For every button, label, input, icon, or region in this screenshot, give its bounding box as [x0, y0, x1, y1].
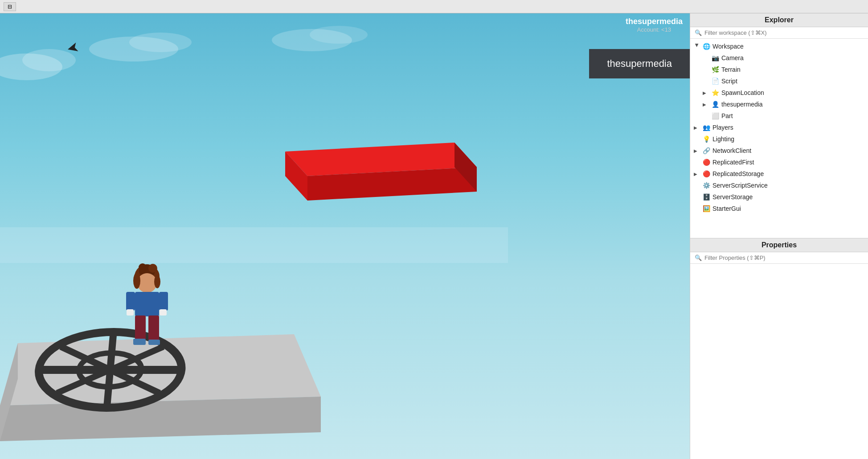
tree-item-serverscriptservice[interactable]: ⚙️ ServerScriptService [690, 180, 868, 191]
replicatedstorage-label: ReplicatedStorage [712, 170, 864, 177]
account-display: Account: <13 [626, 26, 683, 33]
top-bar: ⊟ [0, 0, 868, 13]
filter-properties-input[interactable] [704, 254, 864, 261]
tree-item-replicatedfirst[interactable]: 🔴 ReplicatedFirst [690, 156, 868, 168]
serverstorage-label: ServerStorage [712, 193, 864, 201]
serverscriptservice-icon: ⚙️ [702, 181, 711, 190]
replicatedstorage-arrow: ▶ [694, 172, 700, 176]
workspace-label: Workspace [712, 43, 864, 50]
tree-item-lighting[interactable]: 💡 Lighting [690, 133, 868, 145]
networkclient-icon: 🔗 [702, 146, 711, 155]
tree-item-workspace[interactable]: ▶ 🌐 Workspace [690, 41, 868, 52]
players-arrow: ▶ [694, 125, 700, 130]
tree-item-terrain[interactable]: 🌿 Terrain [690, 64, 868, 75]
tree-item-replicatedstorage[interactable]: ▶ 🔴 ReplicatedStorage [690, 168, 868, 180]
username-display: thesupermedia [626, 17, 683, 26]
playermodel-label: thesupermedia [721, 101, 864, 108]
filter-properties-bar[interactable]: 🔍 [690, 252, 868, 264]
workspace-arrow: ▶ [695, 43, 700, 49]
playermodel-arrow: ▶ [703, 102, 709, 107]
tree-item-camera[interactable]: 📷 Camera [690, 52, 868, 64]
tree-item-startergui[interactable]: 🖼️ StarterGui [690, 203, 868, 214]
spawnlocation-icon: ⭐ [711, 88, 720, 97]
part-label: Part [721, 112, 864, 119]
replicatedfirst-icon: 🔴 [702, 158, 711, 167]
sky-background [0, 13, 690, 459]
terrain-label: Terrain [721, 66, 864, 73]
tree-item-script[interactable]: 📄 Script [690, 75, 868, 87]
user-info-overlay: thesupermedia Account: <13 [618, 13, 690, 37]
right-panel: Explorer 🔍 ▶ 🌐 Workspace 📷 Camera [690, 13, 868, 459]
replicatedfirst-label: ReplicatedFirst [712, 159, 864, 166]
properties-body [690, 264, 868, 459]
lighting-icon: 💡 [702, 135, 711, 143]
tree-item-networkclient[interactable]: ▶ 🔗 NetworkClient [690, 145, 868, 156]
camera-icon: 📷 [711, 53, 720, 62]
tree-item-serverstorage[interactable]: 🗄️ ServerStorage [690, 191, 868, 203]
playermodel-icon: 👤 [711, 100, 720, 109]
filter-workspace-bar[interactable]: 🔍 [690, 27, 868, 39]
networkclient-arrow: ▶ [694, 148, 700, 153]
script-icon: 📄 [711, 77, 720, 86]
explorer-tree[interactable]: ▶ 🌐 Workspace 📷 Camera 🌿 Terrain 📄 Scri [690, 39, 868, 238]
serverscriptservice-label: ServerScriptService [712, 182, 864, 189]
search-icon: 🔍 [695, 29, 702, 36]
properties-header: Properties [690, 238, 868, 252]
viewport[interactable]: thesupermedia Account: <13 thesupermedia… [0, 13, 690, 459]
players-icon: 👥 [702, 123, 711, 132]
startergui-label: StarterGui [712, 205, 864, 212]
spawnlocation-label: SpawnLocation [721, 89, 864, 96]
lighting-label: Lighting [712, 135, 864, 143]
tree-item-spawnlocation[interactable]: ▶ ⭐ SpawnLocation [690, 87, 868, 98]
terrain-icon: 🌿 [711, 65, 720, 74]
script-label: Script [721, 78, 864, 85]
username-card: thesupermedia [589, 49, 690, 78]
tree-item-playermodel[interactable]: ▶ 👤 thesupermedia [690, 98, 868, 110]
window-restore-button[interactable]: ⊟ [4, 2, 16, 11]
part-icon: ⬜ [711, 111, 720, 120]
startergui-icon: 🖼️ [702, 204, 711, 213]
tree-item-part[interactable]: ⬜ Part [690, 110, 868, 122]
main-layout: thesupermedia Account: <13 thesupermedia… [0, 13, 868, 459]
workspace-icon: 🌐 [702, 42, 711, 51]
filter-workspace-input[interactable] [704, 29, 864, 36]
networkclient-label: NetworkClient [712, 147, 864, 154]
tree-item-players[interactable]: ▶ 👥 Players [690, 122, 868, 133]
search-properties-icon: 🔍 [695, 254, 702, 261]
replicatedstorage-icon: 🔴 [702, 169, 711, 178]
camera-label: Camera [721, 54, 864, 61]
spawnlocation-arrow: ▶ [703, 90, 709, 95]
serverstorage-icon: 🗄️ [702, 193, 711, 201]
players-label: Players [712, 124, 864, 131]
explorer-header: Explorer [690, 13, 868, 27]
